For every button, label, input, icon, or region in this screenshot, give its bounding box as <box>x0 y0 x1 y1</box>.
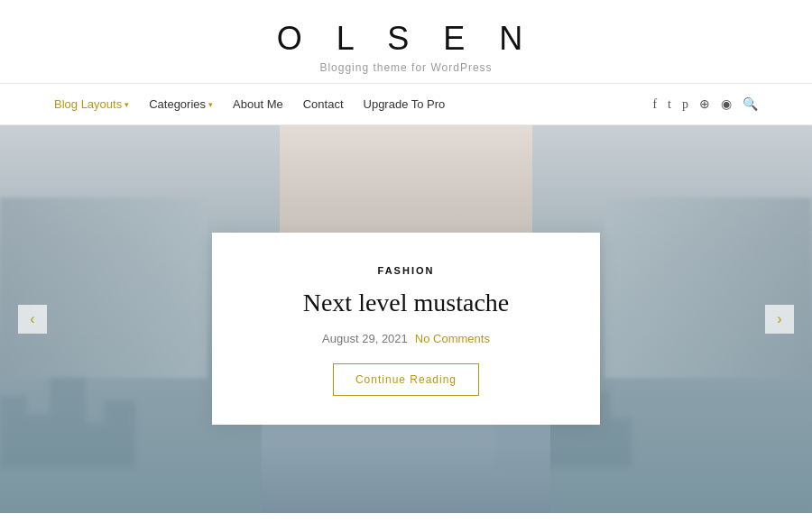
slider-prev-button[interactable]: ‹ <box>18 305 47 334</box>
nav-label-categories: Categories <box>149 97 206 111</box>
continue-reading-button[interactable]: Continue Reading <box>333 363 479 396</box>
chevron-down-icon: ▾ <box>125 100 129 109</box>
main-nav: Blog Layouts ▾ Categories ▾ About Me Con… <box>0 84 812 125</box>
twitter-icon[interactable]: t <box>668 97 671 112</box>
facebook-icon[interactable]: f <box>652 97 657 112</box>
hero-slider: ‹ Fashion Next level mustache August 29,… <box>0 125 812 513</box>
globe-icon[interactable]: ⊕ <box>699 96 710 112</box>
nav-item-upgrade[interactable]: Upgrade To Pro <box>364 97 446 111</box>
nav-label-about-me: About Me <box>233 97 283 111</box>
nav-right: f t p ⊕ ◉ 🔍 <box>652 96 758 112</box>
nav-label-contact: Contact <box>303 97 344 111</box>
card-meta: August 29, 2021 No Comments <box>248 332 564 345</box>
site-tagline: Blogging theme for WordPress <box>0 61 812 74</box>
nav-label-upgrade: Upgrade To Pro <box>364 97 446 111</box>
card-category: Fashion <box>248 265 564 276</box>
city-bg-left <box>0 197 208 378</box>
chevron-down-icon: ▾ <box>208 100 213 109</box>
slider-next-button[interactable]: › <box>765 305 794 334</box>
card-comments-link[interactable]: No Comments <box>415 332 490 345</box>
nav-item-contact[interactable]: Contact <box>303 97 344 111</box>
city-bg-right <box>604 197 812 378</box>
site-title: O L S E N <box>0 20 812 58</box>
hero-card: Fashion Next level mustache August 29, 2… <box>212 233 600 425</box>
nav-left: Blog Layouts ▾ Categories ▾ About Me Con… <box>54 97 445 111</box>
rss-icon[interactable]: ◉ <box>721 96 732 112</box>
nav-item-categories[interactable]: Categories ▾ <box>149 97 213 111</box>
nav-label-blog-layouts: Blog Layouts <box>54 97 122 111</box>
search-icon[interactable]: 🔍 <box>743 96 758 112</box>
card-date: August 29, 2021 <box>322 332 408 345</box>
chevron-left-icon: ‹ <box>30 311 34 327</box>
pinterest-icon[interactable]: p <box>682 97 688 112</box>
chevron-right-icon: › <box>777 311 781 327</box>
nav-item-blog-layouts[interactable]: Blog Layouts ▾ <box>54 97 129 111</box>
site-header: O L S E N Blogging theme for WordPress <box>0 0 812 84</box>
nav-item-about-me[interactable]: About Me <box>233 97 283 111</box>
card-title: Next level mustache <box>248 287 564 319</box>
